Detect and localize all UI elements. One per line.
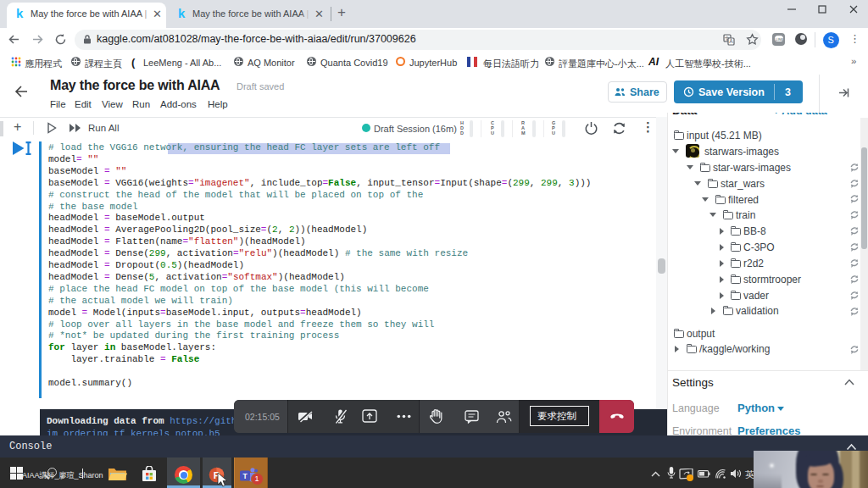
svg-text:T: T bbox=[242, 472, 248, 480]
svg-text:A: A bbox=[729, 38, 733, 44]
